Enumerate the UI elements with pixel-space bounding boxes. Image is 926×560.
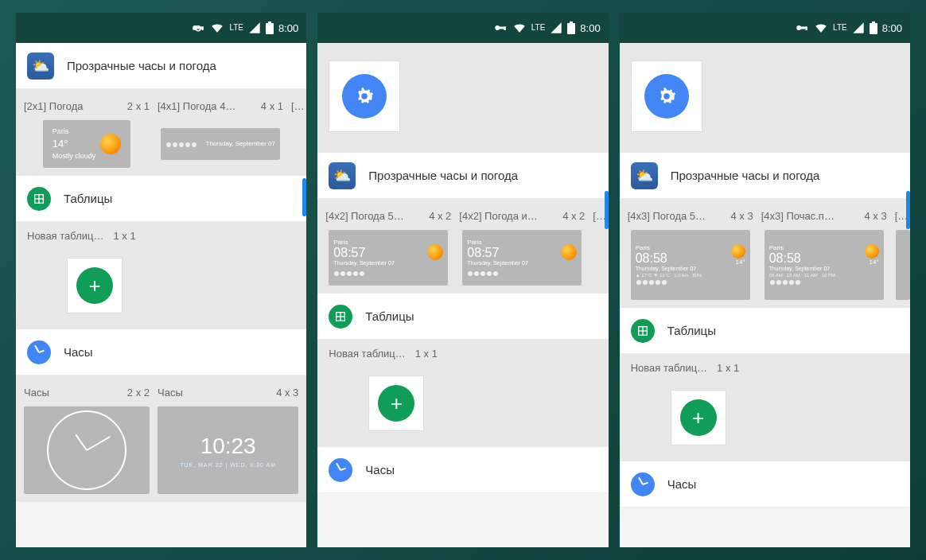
- wifi-icon: [210, 21, 224, 35]
- svg-rect-4: [268, 21, 271, 24]
- widget-name: [4x2] Погода 5…: [325, 210, 403, 222]
- widget-item[interactable]: +: [67, 258, 123, 313]
- add-icon: +: [76, 267, 113, 304]
- widget-size: 2 x 2: [127, 387, 150, 399]
- sheets-widgets-row[interactable]: Новая таблиц… 1 x 1 +: [620, 354, 910, 461]
- widget-name: Часы: [24, 387, 49, 399]
- widget-item[interactable]: [4x1] Погода 4… 4 x 1 Thursday, Septembe…: [158, 100, 283, 168]
- svg-rect-12: [570, 21, 573, 24]
- widget-name: Новая таблиц…: [27, 230, 103, 242]
- widget-item[interactable]: [4x3] Почас.п… 4 x 3 Paris08:58Thursday,…: [761, 210, 887, 300]
- sheets-widgets-row[interactable]: Новая таблиц… 1 x 1 +: [317, 340, 608, 447]
- section-weather[interactable]: ⛅ Прозрачные часы и погода: [16, 43, 306, 89]
- status-bar: LTE 8:00: [16, 13, 306, 43]
- section-weather-title: Прозрачные часы и погода: [67, 59, 216, 72]
- section-sheets-title: Таблицы: [64, 192, 112, 205]
- weather-app-icon: ⛅: [329, 162, 356, 189]
- settings-widgets-row[interactable]: [317, 43, 608, 153]
- add-icon: +: [378, 385, 414, 422]
- weather-widgets-row[interactable]: [4x2] Погода 5… 4 x 2 Paris08:57Thursday…: [317, 199, 608, 294]
- sheets-widgets-row[interactable]: Новая таблиц… 1 x 1 +: [16, 222, 306, 329]
- section-sheets[interactable]: Таблицы: [16, 176, 306, 222]
- widget-picker[interactable]: ⛅ Прозрачные часы и погода [4x2] Погода …: [317, 43, 608, 547]
- wifi-icon: [512, 21, 527, 35]
- widget-preview: Paris08:58Thursday, September 0714° ▲ 17…: [631, 230, 750, 300]
- widget-item[interactable]: Часы 2 x 2: [24, 387, 150, 494]
- clock-app-icon: [329, 458, 352, 482]
- vpn-key-icon: [493, 21, 508, 35]
- scrollbar-thumb[interactable]: [906, 191, 910, 229]
- battery-icon: [567, 21, 575, 34]
- widget-size: 4 x 3: [276, 387, 298, 399]
- gear-icon: [342, 74, 387, 119]
- settings-widgets-row[interactable]: [620, 43, 910, 153]
- phone-screen-1: LTE 8:00 ⛅ Прозрачные часы и погода [2x1…: [16, 13, 306, 547]
- widget-size: 4 x 3: [864, 210, 886, 222]
- widget-name: Часы: [158, 387, 183, 399]
- widget-item[interactable]: +: [671, 390, 726, 445]
- section-weather-title: Прозрачные часы и погода: [368, 169, 518, 182]
- widget-item[interactable]: [4…: [291, 100, 306, 168]
- battery-icon: [266, 21, 274, 34]
- widget-name: Новая таблиц…: [329, 348, 405, 360]
- section-clock[interactable]: Часы: [16, 329, 306, 375]
- section-clock[interactable]: Часы: [620, 461, 910, 508]
- scrollbar-thumb[interactable]: [302, 178, 306, 216]
- scrollbar-thumb[interactable]: [605, 191, 609, 229]
- widget-name: [4x3] Почас.п…: [761, 210, 835, 222]
- signal-icon: [550, 21, 562, 34]
- widget-item[interactable]: Часы 4 x 3 10:23 TUE, MAR 22 | WED, 8:30…: [158, 387, 298, 494]
- section-weather[interactable]: ⛅ Прозрачные часы и погода: [620, 153, 910, 199]
- svg-rect-11: [567, 23, 575, 34]
- section-weather[interactable]: ⛅ Прозрачные часы и погода: [317, 153, 608, 199]
- signal-icon: [248, 21, 261, 34]
- weather-widgets-row[interactable]: [4x3] Погода 5… 4 x 3 Paris08:58Thursday…: [620, 199, 910, 308]
- battery-icon: [870, 21, 877, 34]
- widget-preview: [896, 230, 910, 300]
- add-icon: +: [680, 399, 717, 436]
- widget-item[interactable]: [329, 60, 400, 132]
- widget-preview: Paris 14° Mostly cloudy: [43, 120, 130, 168]
- widget-name: Новая таблиц…: [631, 362, 707, 374]
- lte-indicator: LTE: [833, 24, 847, 32]
- clock-text: 8:00: [278, 22, 298, 34]
- widget-size: 1 x 1: [113, 230, 135, 242]
- widget-name: [4x1] Погода 4…: [158, 100, 235, 112]
- widget-preview: 10:23 TUE, MAR 22 | WED, 8:30 AM: [158, 406, 298, 494]
- section-sheets[interactable]: Таблицы: [620, 308, 910, 354]
- section-clock-title: Часы: [64, 345, 93, 359]
- svg-rect-2: [202, 27, 204, 31]
- gear-icon: [644, 74, 689, 119]
- weather-widgets-row[interactable]: [2x1] Погода 2 x 1 Paris 14° Mostly clou…: [16, 89, 306, 176]
- status-bar: LTE 8:00: [620, 13, 910, 43]
- widget-size: 1 x 1: [717, 362, 739, 374]
- sun-icon: [100, 134, 121, 154]
- widget-picker[interactable]: ⛅ Прозрачные часы и погода [4x3] Погода …: [620, 43, 910, 547]
- sheets-app-icon: [27, 187, 51, 211]
- section-sheets-title: Таблицы: [365, 309, 414, 323]
- svg-rect-19: [870, 23, 877, 34]
- section-clock[interactable]: Часы: [317, 447, 608, 493]
- widget-size: 4 x 1: [261, 100, 283, 112]
- clock-widgets-row[interactable]: Часы 2 x 2 Часы 4 x 3 10:23 TUE, MAR 22 …: [16, 375, 306, 502]
- clock-text: 8:00: [882, 22, 902, 34]
- sheets-app-icon: [631, 319, 655, 343]
- widget-name: [4x2] Погода и…: [459, 210, 537, 222]
- widget-item[interactable]: [4x3] Погода 5… 4 x 3 Paris08:58Thursday…: [628, 210, 753, 300]
- widget-preview: Paris08:57Thursday, September 07: [462, 230, 582, 286]
- widget-item[interactable]: [2x1] Погода 2 x 1 Paris 14° Mostly clou…: [24, 100, 150, 168]
- section-clock-title: Часы: [667, 477, 697, 491]
- vpn-key-icon: [795, 21, 809, 35]
- svg-rect-20: [872, 21, 875, 24]
- signal-icon: [852, 21, 865, 34]
- widget-item[interactable]: +: [368, 375, 424, 431]
- section-sheets-title: Таблицы: [667, 324, 716, 337]
- widget-item[interactable]: [631, 60, 702, 132]
- lte-indicator: LTE: [531, 24, 546, 32]
- widget-preview: [24, 406, 150, 494]
- section-sheets[interactable]: Таблицы: [317, 294, 608, 340]
- widget-item[interactable]: [4x2] Погода и… 4 x 2 Paris08:57Thursday…: [459, 210, 585, 286]
- widget-item[interactable]: [4x2] Погода 5… 4 x 2 Paris08:57Thursday…: [325, 210, 451, 286]
- widget-picker[interactable]: ⛅ Прозрачные часы и погода [2x1] Погода …: [16, 43, 306, 547]
- sun-icon: [865, 244, 879, 259]
